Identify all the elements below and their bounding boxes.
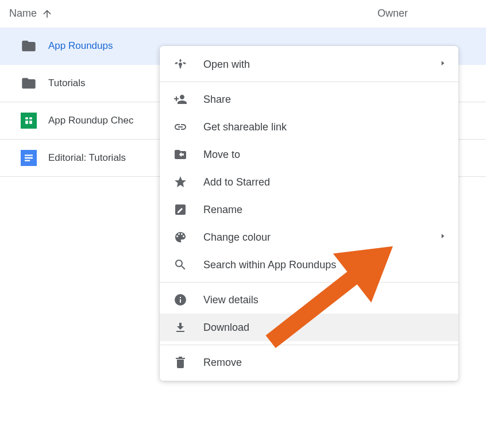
menu-label: Download (203, 322, 249, 334)
file-name-label: App Roundup Chec (48, 115, 133, 126)
menu-label: Rename (203, 204, 242, 216)
owner-column-label: Owner (377, 7, 408, 19)
menu-add-starred[interactable]: Add to Starred (160, 168, 458, 196)
name-column-label: Name (9, 7, 37, 20)
menu-rename[interactable]: Rename (160, 196, 458, 223)
menu-label: Get shareable link (203, 121, 287, 133)
chevron-right-icon (439, 232, 447, 242)
menu-label: Remove (203, 357, 242, 369)
menu-label: Open with (203, 59, 250, 71)
link-icon (173, 120, 187, 134)
menu-move-to[interactable]: Move to (160, 141, 458, 168)
menu-label: Add to Starred (203, 176, 270, 188)
search-icon (173, 258, 187, 272)
folder-icon (21, 75, 37, 91)
menu-get-link[interactable]: Get shareable link (160, 113, 458, 141)
chevron-right-icon (439, 59, 447, 69)
menu-label: Search within App Roundups (203, 259, 336, 271)
menu-share[interactable]: Share (160, 86, 458, 113)
menu-label: Change colour (203, 231, 271, 244)
file-name-label: App Roundups (48, 40, 113, 52)
star-icon (173, 175, 187, 189)
trash-icon (173, 356, 187, 369)
menu-label: View details (203, 294, 259, 306)
download-icon (173, 320, 187, 334)
list-header: Name Owner (0, 0, 486, 28)
menu-divider (160, 82, 458, 82)
file-name-label: Tutorials (48, 78, 86, 89)
palette-icon (173, 230, 187, 244)
menu-label: Move to (203, 149, 240, 161)
folder-move-icon (173, 148, 187, 161)
context-menu: Open with Share Get shareable link Move … (160, 46, 458, 381)
menu-divider (160, 345, 458, 345)
menu-download[interactable]: Download (160, 314, 458, 341)
column-name-header[interactable]: Name (9, 7, 53, 20)
folder-icon (21, 38, 37, 54)
menu-view-details[interactable]: View details (160, 286, 458, 314)
menu-open-with[interactable]: Open with (160, 51, 458, 78)
column-owner-header[interactable]: Owner (377, 7, 408, 20)
open-with-icon (173, 57, 187, 71)
svg-rect-0 (21, 113, 37, 129)
menu-label: Share (203, 94, 231, 106)
sheets-icon (21, 113, 37, 129)
menu-divider (160, 282, 458, 283)
info-icon (173, 293, 187, 307)
menu-search-within[interactable]: Search within App Roundups (160, 251, 458, 279)
docs-icon (21, 150, 37, 166)
sort-arrow-up-icon (41, 8, 53, 20)
menu-change-colour[interactable]: Change colour (160, 223, 458, 251)
rename-icon (173, 203, 187, 217)
person-add-icon (173, 92, 187, 106)
menu-remove[interactable]: Remove (160, 349, 458, 376)
file-name-label: Editorial: Tutorials (48, 152, 126, 164)
